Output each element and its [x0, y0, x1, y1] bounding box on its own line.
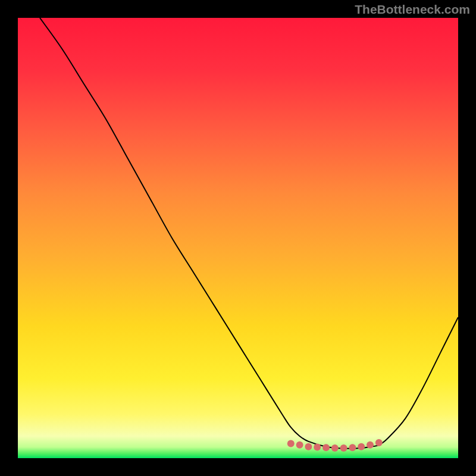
marker-dot	[322, 444, 330, 451]
marker-dot	[314, 444, 321, 451]
marker-dot	[331, 444, 339, 452]
plot-area	[18, 18, 458, 458]
marker-dot	[367, 441, 374, 449]
marker-dot	[305, 443, 312, 450]
marker-dot	[340, 444, 347, 452]
chart-container: TheBottleneck.com	[0, 0, 476, 476]
marker-dot	[358, 443, 365, 450]
chart-svg	[18, 18, 458, 458]
marker-dot	[349, 444, 356, 451]
marker-dot	[296, 441, 303, 449]
marker-dot	[287, 440, 295, 447]
watermark: TheBottleneck.com	[355, 2, 470, 17]
marker-dot	[375, 439, 383, 446]
